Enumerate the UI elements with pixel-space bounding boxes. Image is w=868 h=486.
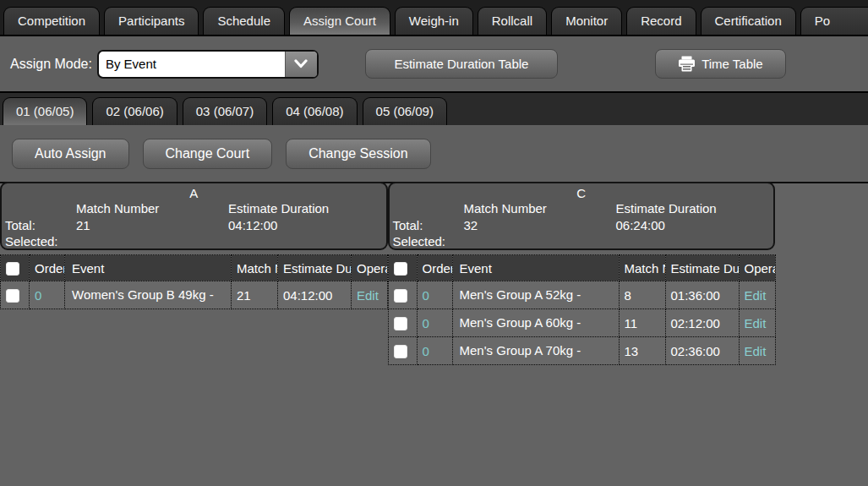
table-row: 0 Men's Group A 70kg - 13 02:36:00 Edit — [388, 337, 775, 365]
estimate-duration-table-button[interactable]: Estimate Duration Table — [365, 49, 558, 79]
session-date-tab-label: 02 (06/06) — [106, 104, 163, 118]
action-button[interactable]: Change Session — [286, 139, 430, 169]
action-button-label: Change Court — [166, 146, 250, 161]
court-events-table: Order Event Match Number Estimate Durati… — [0, 254, 388, 309]
estimate-duration-cell: 01:36:00 — [665, 281, 739, 309]
estimate-duration-table-label: Estimate Duration Table — [394, 57, 528, 71]
session-date-tab-label: 04 (06/08) — [286, 104, 343, 118]
column-header-operation: Operation — [352, 255, 388, 281]
selected-label: Selected: — [393, 234, 446, 248]
estimate-duration-label: Estimate Duration — [228, 201, 329, 216]
column-header-order: Order — [417, 255, 452, 281]
session-date-tab-bar: 01 (06/05) 02 (06/06) 03 (06/07) 04 (06/… — [0, 91, 868, 125]
edit-link[interactable]: Edit — [745, 344, 767, 358]
time-table-label: Time Table — [701, 57, 763, 71]
main-tab[interactable]: Weigh-in — [395, 7, 473, 35]
table-row: 0 Women's Group B 49kg - 21 04:12:00 Edi… — [1, 281, 388, 309]
table-row: 0 Men's Group A 52kg - 8 01:36:00 Edit — [388, 281, 775, 309]
main-tab[interactable]: Competition — [3, 7, 100, 35]
row-checkbox[interactable] — [6, 289, 19, 303]
main-tab[interactable]: Certification — [701, 7, 796, 35]
session-date-tab-label: 01 (06/05) — [16, 104, 74, 118]
column-header-match: Match Number — [619, 255, 665, 281]
session-date-tab[interactable]: 04 (06/08) — [272, 97, 357, 125]
main-tab-label: Schedule — [217, 14, 270, 28]
courts-container: A Match Number Estimate Duration Total: … — [0, 182, 868, 486]
main-tab[interactable]: Rollcall — [478, 7, 547, 35]
selected-label: Selected: — [5, 234, 58, 248]
order-cell: 0 — [417, 281, 452, 309]
order-cell: 0 — [417, 337, 452, 365]
select-all-checkbox[interactable] — [394, 262, 407, 276]
printer-icon — [678, 56, 696, 72]
column-header-operation: Operation — [739, 255, 775, 281]
session-date-tab-label: 03 (06/07) — [196, 104, 254, 118]
table-header-row: Order Event Match Number Estimate Durati… — [388, 255, 775, 281]
event-cell: Men's Group A 70kg - — [452, 337, 619, 365]
match-number-cell: 11 — [619, 309, 665, 337]
row-checkbox[interactable] — [394, 289, 407, 303]
session-date-tab[interactable]: 02 (06/06) — [92, 97, 177, 125]
court-actions-row: Auto Assign Change Court Change Session — [0, 125, 868, 182]
edit-link[interactable]: Edit — [745, 288, 767, 303]
court-name: A — [2, 186, 386, 200]
action-button[interactable]: Auto Assign — [12, 139, 129, 169]
column-header-event: Event — [65, 255, 232, 281]
action-button[interactable]: Change Court — [143, 139, 273, 169]
main-tab-label: Po — [815, 14, 830, 28]
edit-link[interactable]: Edit — [745, 316, 767, 330]
main-tab-label: Weigh-in — [409, 14, 459, 28]
estimate-duration-label: Estimate Duration — [616, 201, 717, 216]
select-all-checkbox[interactable] — [6, 262, 19, 276]
column-header-order: Order — [30, 255, 65, 281]
main-tab-label: Competition — [18, 14, 85, 28]
main-tab[interactable]: Monitor — [551, 7, 622, 35]
match-number-cell: 21 — [232, 281, 278, 309]
estimate-duration-cell: 02:36:00 — [665, 337, 739, 365]
column-header-match: Match Number — [232, 255, 278, 281]
main-tab-label: Certification — [715, 14, 782, 28]
session-date-tab-label: 05 (06/09) — [376, 104, 434, 118]
assign-mode-label: Assign Mode: — [10, 57, 92, 72]
match-number-label: Match Number — [76, 201, 159, 216]
column-header-estimate: Estimate Duration — [665, 255, 739, 281]
event-cell: Men's Group A 60kg - — [452, 309, 619, 337]
match-number-cell: 8 — [619, 281, 665, 309]
main-tab-bar: Competition Participants Schedule Assign… — [0, 0, 868, 36]
match-number-cell: 13 — [619, 337, 665, 365]
session-date-tab[interactable]: 05 (06/09) — [363, 97, 447, 125]
event-cell: Women's Group B 49kg - — [65, 281, 232, 309]
session-date-tab[interactable]: 03 (06/07) — [183, 97, 267, 125]
estimate-duration-cell: 04:12:00 — [278, 281, 352, 309]
main-tab[interactable]: Participants — [104, 7, 199, 35]
row-checkbox[interactable] — [394, 345, 407, 358]
column-header-estimate: Estimate Duration — [278, 255, 352, 281]
row-checkbox[interactable] — [394, 317, 407, 330]
session-date-tab[interactable]: 01 (06/05) — [3, 97, 87, 125]
main-tab[interactable]: Assign Court — [289, 7, 390, 35]
action-button-label: Change Session — [308, 146, 407, 161]
main-tab-label: Participants — [118, 14, 184, 28]
assign-mode-select[interactable]: By Event — [97, 50, 319, 79]
main-tab-label: Monitor — [565, 14, 608, 28]
order-cell: 0 — [30, 281, 65, 309]
main-tab[interactable]: Schedule — [203, 7, 285, 35]
chevron-down-icon[interactable] — [285, 52, 317, 77]
assign-mode-toolbar: Assign Mode: By Event Estimate Duration … — [0, 36, 868, 91]
main-tab[interactable]: Record — [626, 7, 696, 35]
court-panel: A Match Number Estimate Duration Total: … — [0, 183, 388, 309]
action-button-label: Auto Assign — [35, 146, 106, 161]
court-summary-box: A Match Number Estimate Duration Total: … — [0, 182, 388, 250]
total-estimate-duration: 06:24:00 — [616, 218, 665, 232]
total-estimate-duration: 04:12:00 — [228, 218, 277, 232]
main-tab-label: Rollcall — [492, 14, 532, 28]
table-row: 0 Men's Group A 60kg - 11 02:12:00 Edit — [388, 309, 775, 337]
main-tab-label: Assign Court — [303, 14, 376, 28]
main-tab[interactable]: Po — [800, 7, 868, 35]
column-header-event: Event — [452, 255, 619, 281]
time-table-button[interactable]: Time Table — [655, 49, 786, 79]
edit-link[interactable]: Edit — [357, 288, 379, 303]
total-match-number: 32 — [464, 218, 478, 232]
total-match-number: 21 — [76, 218, 90, 232]
total-label: Total: — [393, 218, 423, 232]
